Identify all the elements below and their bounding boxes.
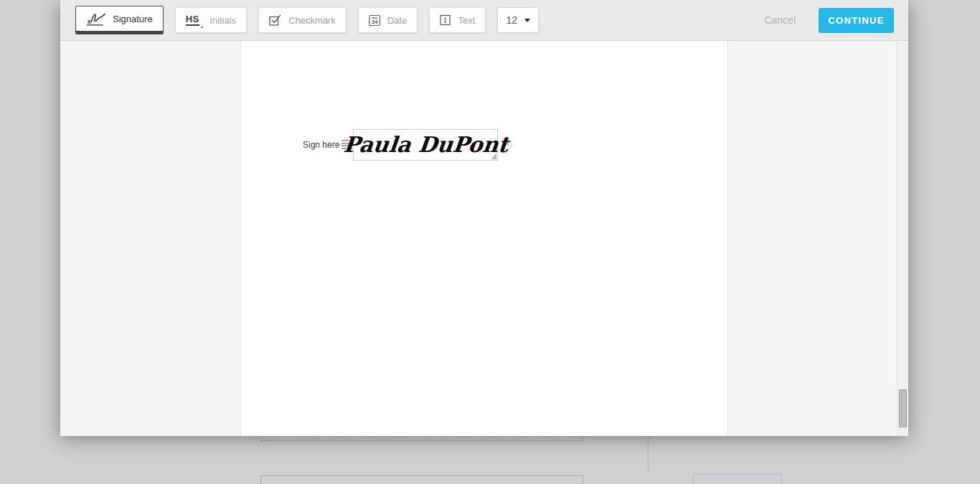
signature-field-row: Sign here Paula DuPont ✕	[303, 128, 512, 161]
font-size-value: 12	[506, 14, 517, 26]
signature-editor-modal: x Signature HS . Initials	[60, 0, 908, 436]
initials-icon: HS	[186, 14, 199, 26]
text-icon-i-glyph: I	[444, 16, 447, 24]
text-box-icon: I	[440, 14, 451, 26]
signature-tool-label: Signature	[113, 14, 153, 24]
signature-icon: x	[86, 11, 106, 27]
initials-icon-dot: .	[201, 19, 204, 30]
scrollbar-thumb[interactable]	[899, 389, 907, 427]
checkmark-tool-button[interactable]: Checkmark	[258, 7, 347, 33]
checkbox-check-icon	[269, 14, 282, 26]
tool-button-group: x Signature HS . Initials	[75, 6, 539, 34]
signature-field[interactable]: Paula DuPont	[353, 129, 498, 161]
scrollbar[interactable]	[897, 41, 908, 436]
editor-toolbar: x Signature HS . Initials	[60, 0, 908, 41]
text-tool-button[interactable]: I Text	[429, 7, 486, 33]
signature-text: Paula DuPont	[342, 132, 509, 157]
calendar-icon-number: 24	[372, 19, 378, 25]
background-divider-line	[648, 435, 649, 473]
initials-tool-label: Initials	[209, 15, 236, 26]
signature-tool-button[interactable]: x Signature	[75, 6, 164, 34]
sign-here-label: Sign here	[303, 140, 339, 150]
background-text-box	[260, 475, 583, 484]
background-button-placeholder	[693, 474, 782, 484]
font-size-dropdown[interactable]: 12	[497, 7, 539, 33]
checkmark-tool-label: Checkmark	[288, 15, 336, 26]
continue-button[interactable]: CONTINUE	[819, 8, 894, 33]
text-tool-label: Text	[458, 15, 475, 26]
date-tool-label: Date	[387, 15, 407, 26]
calendar-icon: 24	[369, 14, 381, 27]
date-tool-button[interactable]: 24 Date	[358, 7, 418, 33]
action-button-group: Cancel CONTINUE	[764, 8, 894, 33]
resize-handle[interactable]	[491, 153, 496, 159]
document-viewer: Sign here Paula DuPont ✕	[60, 41, 908, 436]
chevron-down-icon	[524, 19, 530, 22]
cancel-button[interactable]: Cancel	[764, 14, 796, 26]
document-page[interactable]: Sign here Paula DuPont ✕	[240, 41, 728, 436]
initials-tool-button[interactable]: HS . Initials	[175, 7, 248, 33]
